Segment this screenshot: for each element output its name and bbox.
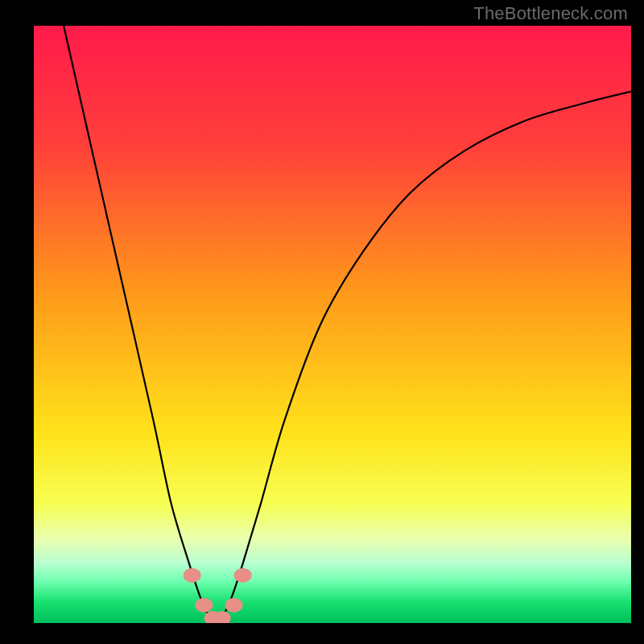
highlight-dot [234, 568, 252, 583]
bottleneck-curve [64, 26, 631, 620]
watermark-text: TheBottleneck.com [473, 3, 628, 24]
highlight-dots-group [184, 568, 252, 623]
highlight-dot [225, 598, 243, 613]
curve-layer [34, 26, 631, 623]
plot-area [34, 26, 631, 623]
chart-frame: TheBottleneck.com [0, 0, 644, 644]
highlight-dot [195, 598, 213, 613]
highlight-dot [184, 568, 201, 583]
